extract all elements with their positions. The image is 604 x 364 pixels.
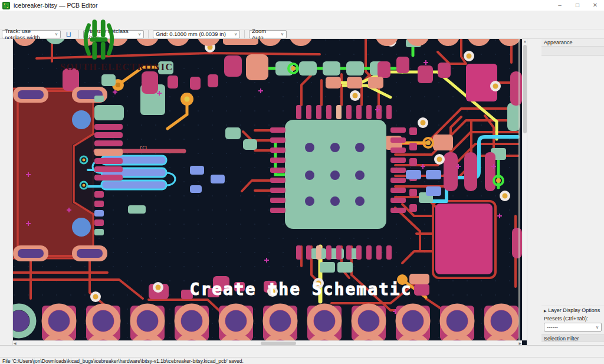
horizontal-scrollbar[interactable]: ◀ ▶ <box>13 340 522 345</box>
brand-watermark-text: SOUTH ELECTRONIC <box>60 62 173 72</box>
scroll-right-arrow[interactable]: ▶ <box>518 341 522 346</box>
chevron-down-icon: ∨ <box>596 325 599 330</box>
layers-list <box>541 55 604 57</box>
vertical-scroll-thumb[interactable] <box>523 45 527 133</box>
chevron-down-icon: ∨ <box>234 32 237 37</box>
castellated-pads-top <box>13 39 521 46</box>
component-body-large <box>435 204 493 274</box>
grid-dropdown[interactable]: Grid: 0.1000 mm (0.0039 in)∨ <box>153 30 240 38</box>
presets-label: Presets (Ctrl+Tab): <box>541 314 604 322</box>
presets-dropdown[interactable]: ------∨ <box>544 323 602 332</box>
canvas-caption: Create the Schematic <box>189 280 412 299</box>
scroll-left-arrow[interactable]: ◀ <box>13 341 17 346</box>
menubar <box>0 11 604 18</box>
castellated-pads-bottom <box>13 306 518 340</box>
zoom-dropdown[interactable]: Zoom Auto∨ <box>249 30 287 38</box>
right-toolbar <box>527 39 541 345</box>
track-width-dropdown[interactable]: Track: use netclass width∨ <box>2 30 61 38</box>
window-title: icebreaker-bitsy — PCB Editor <box>14 2 97 9</box>
status-bar: File 'C:\Users\jon\Downloads\kicad_bugs\… <box>0 357 604 364</box>
layer-display-options[interactable]: ▶ Layer Display Options <box>541 306 604 314</box>
secondary-toolbar: Track: use netclass width∨ ⊔ Via: use ne… <box>0 29 604 39</box>
pcb-canvas-area: SOUTH ELECTRONIC CC1 Create the Schemati… <box>13 39 527 345</box>
vertical-scrollbar[interactable]: ▲ <box>522 39 527 340</box>
chevron-down-icon: ∨ <box>55 32 58 37</box>
titlebar: icebreaker-bitsy — PCB Editor – □ ✕ <box>0 0 604 11</box>
horizontal-scroll-thumb[interactable] <box>261 342 296 345</box>
scroll-up-arrow[interactable]: ▲ <box>523 39 527 44</box>
appearance-panel: Appearance ▶ Layer Display Options Prese… <box>541 39 604 345</box>
expand-arrow-icon: ▶ <box>544 309 547 313</box>
selection-filter-title: Selection Filter <box>541 335 604 342</box>
close-button[interactable]: ✕ <box>586 0 604 11</box>
chevron-down-icon: ∨ <box>138 32 141 37</box>
left-toolbar <box>0 39 13 345</box>
app-icon <box>2 2 10 9</box>
minimize-button[interactable]: – <box>551 0 569 11</box>
pcb-canvas[interactable]: SOUTH ELECTRONIC CC1 Create the Schemati… <box>13 39 522 340</box>
usb-connector-zone <box>13 88 96 258</box>
board-stats-bar <box>0 345 604 357</box>
chevron-down-icon: ∨ <box>281 32 284 37</box>
track-via-properties-button[interactable]: ⊔ <box>63 29 74 40</box>
via-size-dropdown[interactable]: Via: use netclass sizes∨ <box>83 30 144 38</box>
appearance-title: Appearance <box>541 39 604 47</box>
status-message: File 'C:\Users\jon\Downloads\kicad_bugs\… <box>0 358 604 364</box>
ref-label-cc1: CC1 <box>140 146 147 150</box>
kicad-pcb-editor-window: icebreaker-bitsy — PCB Editor – □ ✕ Trac… <box>0 0 604 364</box>
maximize-button[interactable]: □ <box>569 0 586 11</box>
appearance-tabs <box>541 47 604 55</box>
